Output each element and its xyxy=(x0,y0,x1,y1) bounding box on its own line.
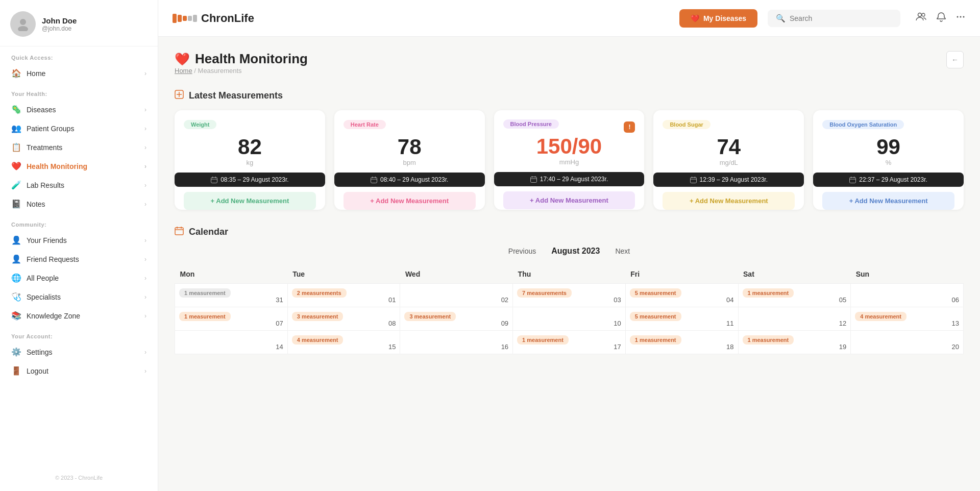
cal-day-num: 31 xyxy=(276,296,283,304)
calendar-cell[interactable]: 1 measurement19 xyxy=(738,331,851,354)
cal-day-num: 16 xyxy=(501,343,508,351)
svg-rect-10 xyxy=(530,177,536,182)
calendar-cell[interactable]: 20 xyxy=(851,331,964,354)
my-diseases-icon: ❤️ xyxy=(691,14,699,22)
search-icon: 🔍 xyxy=(776,14,786,23)
mcard-value-heart-rate: 78 xyxy=(344,135,476,159)
sidebar-item-settings[interactable]: ⚙️ Settings › xyxy=(0,342,158,361)
chevron-icon: › xyxy=(144,125,146,132)
logo: ChronLife xyxy=(173,12,254,25)
add-measurement-button-blood-oxygen[interactable]: + Add New Measurement xyxy=(822,192,954,210)
chevron-icon: › xyxy=(144,182,146,189)
collapse-button[interactable]: ← xyxy=(946,51,964,68)
calendar-cell[interactable]: 12 xyxy=(738,307,851,331)
calendar-cell[interactable]: 4 measurement15 xyxy=(287,331,400,354)
sidebar-label-logout: Logout xyxy=(27,367,48,375)
search-bar[interactable]: 🔍 xyxy=(768,10,900,27)
latest-measurements-title: Latest Measurements xyxy=(175,90,964,101)
svg-point-5 xyxy=(960,16,962,18)
calendar-cell[interactable]: 3 measurement08 xyxy=(287,307,400,331)
calendar-cell[interactable]: 1 measurement31 xyxy=(175,284,288,307)
measurement-card-blood-sugar: Blood Sugar 74 mg/dL 12:39 – 29 August 2… xyxy=(653,110,804,210)
sidebar-item-all-people[interactable]: 🌐 All People › xyxy=(0,268,158,287)
bell-icon[interactable] xyxy=(936,12,946,24)
mcard-datetime-blood-oxygen: 22:37 – 29 August 2023r. xyxy=(813,173,964,187)
sidebar-footer: © 2023 - ChronLife xyxy=(0,465,158,481)
cal-header-wed: Wed xyxy=(400,267,513,284)
cal-day-num: 17 xyxy=(614,343,621,351)
alert-badge-blood-pressure: ! xyxy=(624,121,635,133)
breadcrumb-sep: / xyxy=(194,67,198,75)
calendar-cell[interactable]: 14 xyxy=(175,331,288,354)
calendar-cell[interactable]: 3 measurement09 xyxy=(400,307,513,331)
group-icon[interactable] xyxy=(916,11,927,25)
add-measurement-button-blood-sugar[interactable]: + Add New Measurement xyxy=(663,192,795,210)
cal-header-tue: Tue xyxy=(287,267,400,284)
calendar-cell[interactable]: 16 xyxy=(400,331,513,354)
mcard-unit-heart-rate: bpm xyxy=(344,159,476,166)
measurement-card-weight: Weight 82 kg 08:35 – 29 August 2023r. + … xyxy=(175,110,325,210)
notes-icon: 📓 xyxy=(11,199,21,209)
sidebar-label-health-monitoring: Health Monitoring xyxy=(27,162,87,170)
calendar-cell[interactable]: 06 xyxy=(851,284,964,307)
sidebar-item-treatments[interactable]: 📋 Treatments › xyxy=(0,138,158,157)
breadcrumb-home[interactable]: Home xyxy=(175,67,192,75)
svg-rect-9 xyxy=(371,177,377,183)
calendar-cell[interactable]: 10 xyxy=(513,307,626,331)
calendar-cell[interactable]: 02 xyxy=(400,284,513,307)
add-measurement-button-blood-pressure[interactable]: + Add New Measurement xyxy=(503,191,635,209)
svg-point-1 xyxy=(18,26,28,31)
sidebar-item-friend-requests[interactable]: 👤 Friend Requests › xyxy=(0,250,158,268)
more-icon[interactable] xyxy=(955,12,966,24)
chevron-icon: › xyxy=(144,70,146,77)
mcard-value-weight: 82 xyxy=(184,135,316,159)
search-input[interactable] xyxy=(790,14,892,22)
mcard-unit-weight: kg xyxy=(184,159,316,166)
prev-month-button[interactable]: Previous xyxy=(508,247,536,255)
calendar-cell[interactable]: 7 measurements03 xyxy=(513,284,626,307)
sidebar-item-patient-groups[interactable]: 👥 Patient Groups › xyxy=(0,119,158,138)
home-icon: 🏠 xyxy=(11,68,21,78)
chevron-icon: › xyxy=(144,349,146,356)
add-measurement-button-weight[interactable]: + Add New Measurement xyxy=(184,192,316,210)
friends-icon: 👤 xyxy=(11,235,21,245)
sidebar-label-friend-requests: Friend Requests xyxy=(27,255,79,263)
calendar-icon xyxy=(175,226,184,237)
measurements-row: Weight 82 kg 08:35 – 29 August 2023r. + … xyxy=(175,110,964,210)
cal-badge: 5 measurement xyxy=(630,288,681,298)
calendar-cell[interactable]: 1 measurement18 xyxy=(625,331,738,354)
my-diseases-button[interactable]: ❤️ My Diseases xyxy=(679,9,757,28)
content-area: ❤️ Health Monitoring Home / Measurements… xyxy=(158,37,980,491)
sidebar-item-specialists[interactable]: 🩺 Specialists › xyxy=(0,287,158,306)
specialists-icon: 🩺 xyxy=(11,292,21,302)
sidebar-item-notes[interactable]: 📓 Notes › xyxy=(0,194,158,213)
calendar-cell[interactable]: 4 measurement13 xyxy=(851,307,964,331)
calendar-cell[interactable]: 5 measurement11 xyxy=(625,307,738,331)
mcard-unit-blood-oxygen: % xyxy=(822,159,954,166)
calendar-cell[interactable]: 5 measurement04 xyxy=(625,284,738,307)
sidebar-item-your-friends[interactable]: 👤 Your Friends › xyxy=(0,231,158,250)
calendar-cell[interactable]: 1 measurement07 xyxy=(175,307,288,331)
calendar-cell[interactable]: 1 measurement17 xyxy=(513,331,626,354)
sidebar-item-logout[interactable]: 🚪 Logout › xyxy=(0,361,158,380)
sidebar-item-lab-results[interactable]: 🧪 Lab Results › xyxy=(0,176,158,194)
calendar-cell[interactable]: 2 measurements01 xyxy=(287,284,400,307)
cal-day-num: 02 xyxy=(501,296,508,304)
sidebar-item-home[interactable]: 🏠 Home › xyxy=(0,64,158,83)
cal-badge: 1 measurement xyxy=(179,288,231,298)
sidebar-label-all-people: All People xyxy=(27,274,59,282)
next-month-button[interactable]: Next xyxy=(615,247,630,255)
add-measurement-button-heart-rate[interactable]: + Add New Measurement xyxy=(344,192,476,210)
calendar-cell[interactable]: 1 measurement05 xyxy=(738,284,851,307)
sidebar-label-knowledge-zone: Knowledge Zone xyxy=(27,312,80,320)
sidebar-item-health-monitoring[interactable]: ❤️ Health Monitoring › xyxy=(0,157,158,176)
cal-day-num: 07 xyxy=(276,320,283,327)
sidebar-item-knowledge-zone[interactable]: 📚 Knowledge Zone › xyxy=(0,306,158,325)
calendar-label: Calendar xyxy=(189,227,228,237)
cal-header-thu: Thu xyxy=(513,267,626,284)
chevron-icon: › xyxy=(144,275,146,282)
sidebar-label-home: Home xyxy=(27,69,45,78)
cal-day-num: 18 xyxy=(726,343,733,351)
mcard-datetime-blood-pressure: 17:40 – 29 August 2023r. xyxy=(494,172,645,186)
sidebar-item-diseases[interactable]: 🦠 Diseases › xyxy=(0,100,158,119)
